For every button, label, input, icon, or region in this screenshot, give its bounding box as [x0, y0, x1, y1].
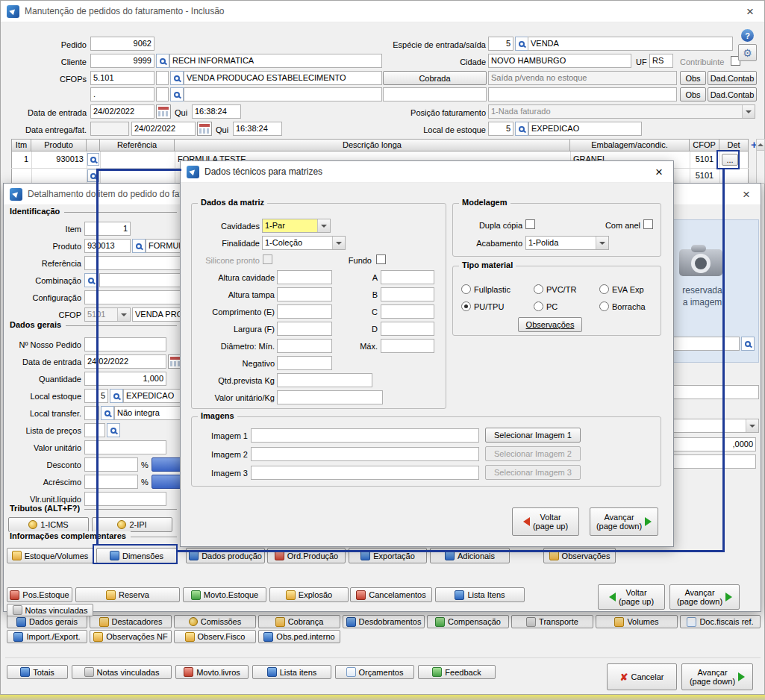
lista-precos-field[interactable] — [84, 423, 105, 437]
largura-field[interactable] — [277, 322, 332, 336]
hora2-field[interactable]: 16:38:24 — [233, 122, 282, 136]
tab-import-export[interactable]: Import./Export. — [7, 630, 87, 643]
movto-estoque-button[interactable]: Movto.Estoque — [183, 587, 266, 602]
ipi-button[interactable]: 2-IPI — [92, 517, 172, 532]
tab-comissoes[interactable]: Comissões — [174, 615, 256, 628]
dad-contab2-button[interactable]: Dad.Contab — [708, 87, 757, 101]
radio-pc[interactable] — [534, 301, 543, 311]
radio-pvctr[interactable] — [534, 284, 543, 294]
item-field[interactable]: 1 — [84, 222, 131, 236]
comprimento-field[interactable] — [277, 304, 332, 319]
lista-itens-button-detail[interactable]: Lista Itens — [435, 587, 525, 602]
especie-desc-field[interactable]: VENDA — [528, 37, 733, 51]
acrescimo-extra-button[interactable] — [152, 475, 181, 489]
negativo-field[interactable] — [277, 356, 332, 370]
calendar-icon[interactable] — [156, 104, 171, 119]
uf-field[interactable]: RS — [649, 54, 673, 68]
com-anel-checkbox[interactable] — [643, 219, 653, 229]
local-code-field[interactable]: 5 — [488, 122, 513, 136]
radio-borracha[interactable] — [599, 301, 609, 311]
fundo-checkbox[interactable] — [376, 254, 386, 264]
row1-itm[interactable]: 1 — [11, 151, 31, 168]
estoque-volumes-button[interactable]: Estoque/Volumes — [7, 548, 93, 563]
right-partial-field-2[interactable] — [672, 385, 759, 399]
detail-close-icon[interactable]: × — [737, 187, 756, 203]
cfop-search-icon[interactable] — [170, 71, 184, 85]
obs2-button[interactable]: Obs — [680, 87, 706, 101]
voltar-button-dialog[interactable]: Voltar(page up) — [512, 507, 579, 536]
cliente-search-icon[interactable] — [156, 54, 169, 68]
avancar-button-dialog[interactable]: Avançar(page down) — [590, 507, 658, 536]
cfop-sub-field[interactable] — [156, 71, 169, 85]
imagem2-field[interactable] — [251, 447, 479, 461]
feedback-button[interactable]: Feedback — [418, 665, 496, 679]
hora-field[interactable]: 16:38:24 — [192, 104, 241, 119]
voltar-button-detail[interactable]: Voltar(page up) — [598, 584, 665, 610]
tab-volumes[interactable]: Volumes — [596, 615, 678, 628]
grid-scrollbar[interactable] — [756, 139, 765, 184]
cliente-code-field[interactable]: 9999 — [90, 54, 154, 68]
tab-cobranca[interactable]: Cobrança — [258, 615, 340, 628]
avancar-button-detail[interactable]: Avançar(page down) — [669, 584, 740, 610]
dialog-close-icon[interactable]: × — [649, 164, 669, 181]
right-value-field[interactable]: ,0000 — [672, 437, 756, 451]
produto-search-icon[interactable] — [132, 239, 146, 253]
radio-evaexp[interactable] — [599, 284, 609, 294]
icms-button[interactable]: 1-ICMS — [8, 517, 89, 532]
altura-tampa-field[interactable] — [277, 287, 332, 301]
data-entrada-field[interactable]: 24/02/2022 — [90, 104, 154, 119]
totais-button[interactable]: Totais — [7, 665, 68, 679]
row1-cfop[interactable]: 5101 — [690, 151, 719, 168]
cfop2-desc-field[interactable] — [184, 87, 382, 101]
cobrada-button[interactable]: Cobrada — [383, 71, 487, 85]
desconto-extra-button[interactable] — [152, 457, 181, 472]
local-search-icon[interactable] — [515, 122, 528, 136]
c-field[interactable] — [381, 304, 434, 319]
notas-vinculadas-button[interactable]: Notas vinculadas — [72, 665, 172, 679]
lista-itens-button[interactable]: Lista itens — [252, 665, 331, 679]
dad-contab-button[interactable]: Dad.Contab — [708, 71, 757, 85]
movto-livros-button[interactable]: Movto.livros — [175, 665, 249, 679]
grid-col-descricao[interactable]: Descrição longa — [175, 139, 570, 151]
desconto-field[interactable] — [84, 457, 138, 472]
row1-search-icon[interactable] — [87, 153, 99, 166]
row1-produto[interactable]: 930013 — [31, 151, 87, 168]
d-field[interactable] — [381, 322, 434, 336]
saida2-field[interactable] — [488, 87, 677, 101]
especie-code-field[interactable]: 5 — [488, 37, 513, 51]
main-close-icon[interactable]: × — [740, 4, 760, 20]
grid-col-produto[interactable]: Produto — [31, 139, 87, 151]
diametro-min-field[interactable] — [277, 339, 332, 353]
tab-doc-fiscais[interactable]: Doc.fiscais ref. — [680, 615, 761, 628]
grid-col-embalagem[interactable]: Embalagem/acondic. — [570, 139, 690, 151]
cfop-desc-field[interactable]: VENDA PRODUCAO ESTABELECIMENTO — [184, 71, 382, 85]
observacoes-button-dialog[interactable]: Observações — [518, 317, 582, 332]
help-icon[interactable]: ? — [741, 29, 754, 42]
acrescimo-field[interactable] — [84, 475, 138, 489]
b-field[interactable] — [381, 287, 434, 301]
obs-button[interactable]: Obs — [680, 71, 706, 85]
grid-col-referencia[interactable]: Referência — [100, 139, 175, 151]
cidade-field[interactable]: NOVO HAMBURGO — [488, 54, 631, 68]
cobrada2-field[interactable] — [383, 87, 487, 101]
cancelamentos-button[interactable]: Cancelamentos — [350, 587, 432, 602]
valor-unitario-kg-field[interactable] — [277, 390, 383, 404]
calendar2-icon[interactable] — [197, 122, 212, 136]
right-search-icon[interactable] — [741, 337, 755, 351]
tab-compensacao[interactable]: Compensação — [427, 615, 509, 628]
explosao-button[interactable]: Explosão — [269, 587, 349, 602]
imagem3-field[interactable] — [251, 466, 479, 480]
avancar-button-main[interactable]: Avançar(page down) — [681, 663, 753, 690]
locest-search-icon[interactable] — [110, 389, 123, 403]
pos-estoque-button[interactable]: Pos.Estoque — [7, 587, 72, 602]
selecionar-imagem1-button[interactable]: Selecionar Imagem 1 — [485, 428, 581, 443]
right-partial-field-3[interactable] — [672, 454, 756, 469]
diametro-max-field[interactable] — [381, 339, 434, 353]
tab-obs-ped-interno[interactable]: Obs.ped.interno — [258, 630, 340, 643]
cancelar-button[interactable]: ✘Cancelar — [607, 663, 677, 690]
cfop-code-field[interactable]: 5.101 — [90, 71, 154, 85]
cfop2-search-icon[interactable] — [170, 87, 184, 101]
tab-observacoes-nf[interactable]: Observações NF — [90, 630, 172, 643]
cfop2-code-field[interactable]: . — [90, 87, 154, 101]
data-entrega-field[interactable]: 24/02/2022 — [131, 122, 196, 136]
